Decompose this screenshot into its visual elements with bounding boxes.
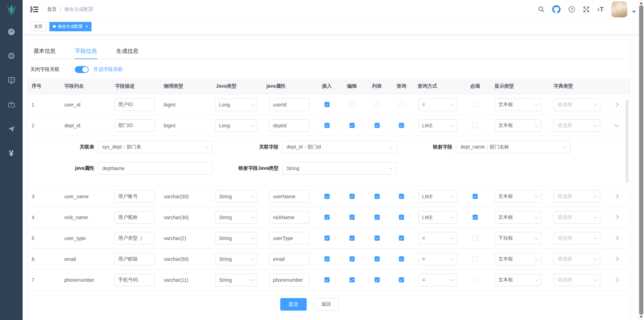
fullscreen-button[interactable] <box>583 6 590 13</box>
assoc-java-attr-input[interactable]: deptName <box>98 162 212 175</box>
java-type-select[interactable]: String <box>215 211 258 224</box>
query-way-select[interactable]: = <box>418 274 457 286</box>
edit-checkbox[interactable] <box>349 277 355 282</box>
description-input[interactable]: 用户邮箱 <box>114 253 155 265</box>
tab-gen-info[interactable]: 生成信息 <box>116 44 138 59</box>
close-tag-icon[interactable]: × <box>85 24 88 29</box>
back-button[interactable]: 返回 <box>314 298 339 311</box>
query-checkbox[interactable] <box>399 102 404 107</box>
description-input[interactable]: 手机号码 <box>114 274 155 286</box>
header-search-button[interactable] <box>538 6 545 13</box>
required-checkbox[interactable] <box>473 215 478 220</box>
list-checkbox[interactable] <box>375 102 380 107</box>
insert-checkbox[interactable] <box>324 194 330 199</box>
expand-row-icon[interactable] <box>614 102 619 107</box>
query-checkbox[interactable] <box>399 277 404 282</box>
java-type-select[interactable]: String <box>215 232 258 245</box>
breadcrumb-home[interactable]: 首页 <box>47 6 57 13</box>
required-checkbox[interactable] <box>473 102 478 107</box>
java-type-select[interactable]: String <box>215 274 258 286</box>
java-attr-input[interactable]: userName <box>269 190 309 203</box>
display-type-select[interactable]: 文本框 <box>494 253 541 265</box>
sidebar-item-monitor[interactable] <box>0 68 23 93</box>
sidebar-item-dashboard[interactable] <box>0 19 23 44</box>
query-way-select[interactable]: LIKE <box>418 211 457 224</box>
sidebar-item-pay[interactable]: ¥ <box>0 141 23 166</box>
java-attr-input[interactable]: nickName <box>269 211 309 224</box>
description-input[interactable]: 用户ID <box>114 98 155 111</box>
expand-row-icon[interactable] <box>614 278 619 282</box>
display-type-select[interactable]: 文本框 <box>494 119 541 132</box>
tab-field-info[interactable]: 字段信息 <box>75 44 97 59</box>
insert-checkbox[interactable] <box>324 123 330 128</box>
required-checkbox[interactable] <box>473 123 478 128</box>
edit-checkbox[interactable] <box>349 194 355 199</box>
java-type-select[interactable]: String <box>215 190 258 203</box>
field-association-toggle[interactable] <box>75 66 89 73</box>
expand-row-icon[interactable] <box>614 236 619 240</box>
edit-checkbox[interactable] <box>349 102 355 107</box>
display-type-select[interactable]: 文本框 <box>494 274 541 286</box>
assoc-table-select[interactable]: sys_dept：部门表 <box>98 141 212 153</box>
query-way-select[interactable]: = <box>418 232 457 245</box>
dict-type-select[interactable]: 请选择 <box>554 98 600 111</box>
caret-down-icon[interactable] <box>632 11 636 13</box>
list-checkbox[interactable] <box>375 256 380 262</box>
user-avatar[interactable] <box>611 1 627 17</box>
description-input[interactable]: 用户昵称 <box>114 211 155 224</box>
required-checkbox[interactable] <box>473 235 478 241</box>
java-type-select[interactable]: Long <box>215 98 258 111</box>
edit-checkbox[interactable] <box>349 215 355 220</box>
dict-type-select[interactable]: 请选择 <box>554 119 600 132</box>
insert-checkbox[interactable] <box>324 215 330 220</box>
mapping-java-type-select[interactable]: String <box>282 162 397 175</box>
java-type-select[interactable]: String <box>215 253 258 265</box>
sidebar-fold-toggle[interactable] <box>31 6 38 13</box>
dict-type-select[interactable]: 请选择 <box>554 211 600 224</box>
sidebar-item-system[interactable]: ⚙ <box>0 44 23 68</box>
mapping-field-select[interactable]: dept_name：部门名称 <box>456 141 571 153</box>
edit-checkbox[interactable] <box>349 235 355 241</box>
query-way-select[interactable]: = <box>418 98 457 111</box>
java-attr-input[interactable]: phonenumber <box>269 274 309 286</box>
query-checkbox[interactable] <box>399 215 404 220</box>
query-way-select[interactable]: LIKE <box>418 190 457 203</box>
assoc-field-select[interactable]: dept_id：部门id <box>282 141 397 153</box>
expand-row-icon[interactable] <box>614 194 619 199</box>
display-type-select[interactable]: 文本框 <box>494 211 541 224</box>
scroll-down-arrow-icon[interactable] <box>640 316 643 318</box>
list-checkbox[interactable] <box>375 123 380 128</box>
expand-row-icon[interactable] <box>614 257 619 261</box>
dict-type-select[interactable]: 请选择 <box>554 232 600 245</box>
edit-checkbox[interactable] <box>349 256 355 262</box>
java-attr-input[interactable]: email <box>269 253 309 265</box>
description-input[interactable]: 部门ID <box>114 119 155 132</box>
help-button[interactable]: ? <box>568 6 575 13</box>
required-checkbox[interactable] <box>473 194 478 199</box>
java-attr-input[interactable]: userId <box>269 98 309 111</box>
description-input[interactable]: 用户类型（ <box>114 232 155 245</box>
insert-checkbox[interactable] <box>324 277 330 282</box>
dict-type-select[interactable]: 请选择 <box>554 190 600 203</box>
window-scrollbar-thumb[interactable] <box>639 5 643 315</box>
submit-button[interactable]: 提交 <box>280 298 307 311</box>
query-checkbox[interactable] <box>399 194 404 199</box>
expand-row-icon[interactable] <box>614 122 619 127</box>
dict-type-select[interactable]: 请选择 <box>554 253 600 265</box>
list-checkbox[interactable] <box>375 215 380 220</box>
query-checkbox[interactable] <box>399 256 404 262</box>
tag-home[interactable]: 首页 <box>31 22 46 31</box>
expand-row-icon[interactable] <box>614 215 619 219</box>
scroll-up-arrow-icon[interactable] <box>640 2 643 4</box>
display-type-select[interactable]: 文本框 <box>494 190 541 203</box>
list-checkbox[interactable] <box>375 235 380 241</box>
sidebar-item-tool[interactable] <box>0 93 23 117</box>
query-checkbox[interactable] <box>399 123 404 128</box>
insert-checkbox[interactable] <box>324 256 330 262</box>
tab-basic-info[interactable]: 基本信息 <box>33 44 56 59</box>
query-way-select[interactable]: LIKE <box>418 119 457 132</box>
font-size-button[interactable]: TT <box>597 6 604 13</box>
java-attr-input[interactable]: userType <box>269 232 309 245</box>
dict-type-select[interactable]: 请选择 <box>554 274 600 286</box>
table-scrollbar-thumb[interactable] <box>626 99 628 183</box>
